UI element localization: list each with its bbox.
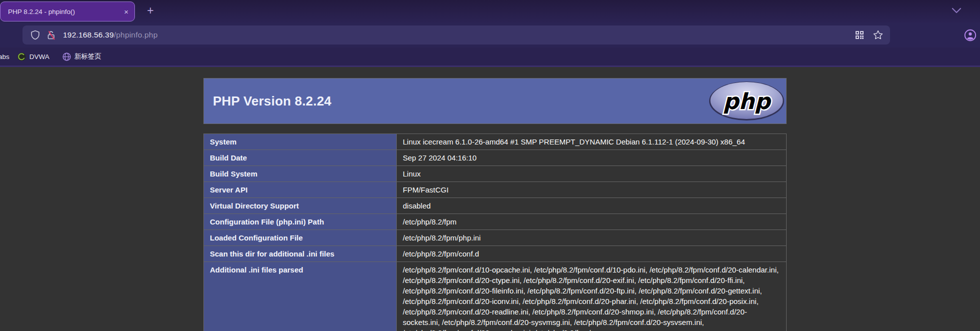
php-info-table: SystemLinux icecream 6.1.0-26-amd64 #1 S… — [203, 134, 787, 331]
tab-strip: PHP 8.2.24 - phpinfo() × + — [0, 0, 980, 23]
row-value: FPM/FastCGI — [397, 182, 787, 198]
page-content: PHP Version 8.2.24 php SystemLinux — [0, 67, 980, 331]
table-row: Additional .ini files parsed/etc/php/8.2… — [204, 262, 787, 331]
table-row: Virtual Directory Supportdisabled — [204, 198, 787, 214]
tab-close-icon[interactable]: × — [124, 8, 128, 16]
php-header: PHP Version 8.2.24 php — [203, 78, 787, 124]
table-row: Server APIFPM/FastCGI — [204, 182, 787, 198]
row-label: Loaded Configuration File — [204, 230, 397, 246]
phpinfo-container: PHP Version 8.2.24 php SystemLinux — [203, 78, 787, 331]
table-row: Build SystemLinux — [204, 166, 787, 182]
tab-phpinfo[interactable]: PHP 8.2.24 - phpinfo() × — [0, 2, 135, 22]
url-host: 192.168.56.39 — [63, 30, 114, 39]
page-title: PHP Version 8.2.24 — [213, 94, 331, 109]
row-value: /etc/php/8.2/fpm/conf.d/10-opcache.ini, … — [397, 262, 787, 331]
row-value: Linux — [397, 166, 787, 182]
row-value: disabled — [397, 198, 787, 214]
table-row: Configuration File (php.ini) Path/etc/ph… — [204, 214, 787, 230]
navigation-toolbar: 192.168.56.39/phpinfo.php — [0, 23, 980, 48]
tab-title: PHP 8.2.24 - phpinfo() — [8, 8, 120, 16]
bookmark-star-icon[interactable] — [873, 30, 883, 40]
bookmark-item-dvwa[interactable]: DVWA — [17, 52, 49, 61]
row-label: Virtual Directory Support — [204, 198, 397, 214]
shield-icon[interactable] — [30, 30, 40, 40]
table-row: Build DateSep 27 2024 04:16:10 — [204, 150, 787, 166]
url-text: 192.168.56.39/phpinfo.php — [63, 30, 157, 40]
url-path: /phpinfo.php — [114, 30, 158, 39]
table-row: Loaded Configuration File/etc/php/8.2/fp… — [204, 230, 787, 246]
php-info-table-body: SystemLinux icecream 6.1.0-26-amd64 #1 S… — [204, 134, 787, 331]
dvwa-favicon-icon — [17, 52, 26, 61]
row-label: Scan this dir for additional .ini files — [204, 246, 397, 262]
qr-code-icon[interactable] — [855, 30, 864, 40]
row-label: Server API — [204, 182, 397, 198]
bookmark-label: abs — [0, 53, 9, 60]
broken-lock-icon[interactable] — [46, 30, 56, 40]
bookmark-label: DVWA — [29, 53, 49, 60]
bookmarks-bar: abs DVWA 新标签页 — [0, 48, 980, 67]
row-value: Sep 27 2024 04:16:10 — [397, 150, 787, 166]
bookmark-item-clipped[interactable]: abs — [0, 53, 9, 60]
table-row: Scan this dir for additional .ini files/… — [204, 246, 787, 262]
row-label: Build Date — [204, 150, 397, 166]
tab-list-chevron-icon[interactable] — [951, 6, 962, 16]
url-bar[interactable]: 192.168.56.39/phpinfo.php — [22, 26, 890, 44]
svg-text:php: php — [723, 88, 772, 114]
row-label: System — [204, 134, 397, 150]
browser-window: PHP 8.2.24 - phpinfo() × + 192.168.56.39… — [0, 0, 980, 331]
row-value: /etc/php/8.2/fpm/conf.d — [397, 246, 787, 262]
new-tab-button[interactable]: + — [143, 4, 158, 18]
row-label: Build System — [204, 166, 397, 182]
row-value: /etc/php/8.2/fpm/php.ini — [397, 230, 787, 246]
php-logo-icon: php — [709, 81, 785, 121]
table-row: SystemLinux icecream 6.1.0-26-amd64 #1 S… — [204, 134, 787, 150]
row-value: /etc/php/8.2/fpm — [397, 214, 787, 230]
account-icon[interactable] — [964, 29, 977, 42]
row-label: Configuration File (php.ini) Path — [204, 214, 397, 230]
row-value: Linux icecream 6.1.0-26-amd64 #1 SMP PRE… — [397, 134, 787, 150]
row-label: Additional .ini files parsed — [204, 262, 397, 331]
bookmark-label: 新标签页 — [74, 52, 101, 61]
bookmark-item-newtab[interactable]: 新标签页 — [62, 52, 101, 61]
globe-icon — [62, 52, 71, 61]
